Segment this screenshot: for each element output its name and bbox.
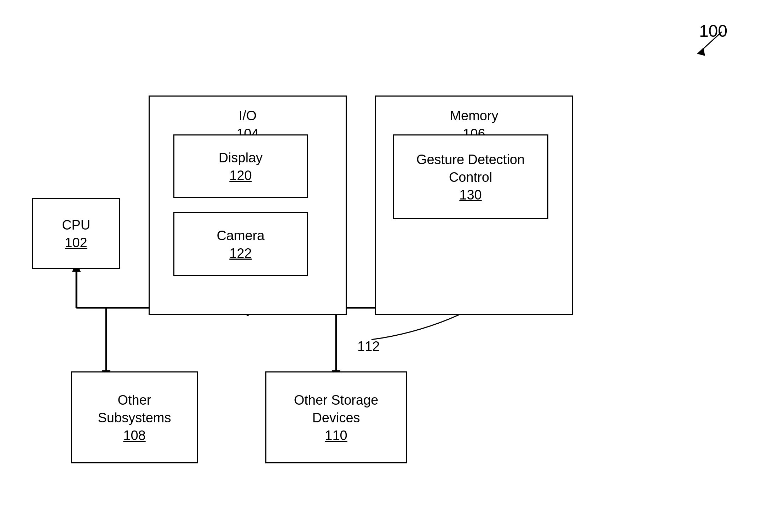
subsystems-box: Other Subsystems 108 [71,371,198,463]
camera-box: Camera 122 [173,212,308,276]
io-label: I/O [150,107,346,125]
cpu-box: CPU 102 [32,198,120,269]
bus-label: 112 [357,339,380,354]
camera-number: 122 [229,246,252,261]
gesture-box: Gesture Detection Control 130 [393,134,548,219]
storage-label: Other Storage Devices [294,392,379,427]
camera-label: Camera [217,227,264,244]
gesture-label: Gesture Detection Control [416,151,525,186]
gesture-number: 130 [459,187,482,203]
io-box: I/O 104 [149,96,347,315]
svg-marker-1 [697,48,705,56]
memory-label: Memory [376,107,572,125]
storage-box: Other Storage Devices 110 [265,371,407,463]
cpu-number: 102 [65,235,87,250]
diagram: 100 CPU 102 I/O [0,0,784,532]
display-box: Display 120 [173,134,308,198]
figure-number: 100 [699,21,727,41]
cpu-label: CPU [62,216,90,234]
display-label: Display [219,149,263,167]
storage-number: 110 [325,428,347,443]
subsystems-number: 108 [123,428,145,443]
display-number: 120 [229,168,252,183]
subsystems-label: Other Subsystems [98,392,171,427]
